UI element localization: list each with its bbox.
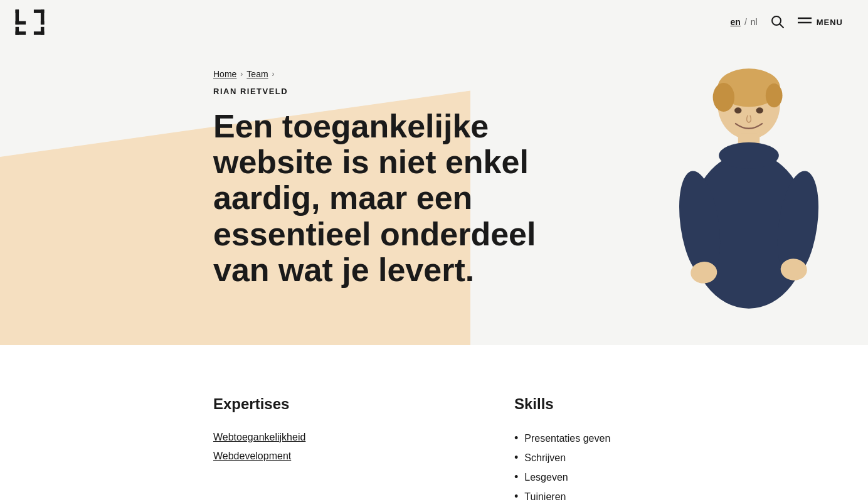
expertise-link-0[interactable]: Webtoegankelijkheid — [213, 432, 389, 443]
person-photo — [630, 44, 868, 333]
skills-title: Skills — [514, 395, 677, 413]
lang-en-button[interactable]: en — [731, 17, 741, 27]
skills-list: Presentaties geven Schrijven Lesgeven Tu… — [514, 432, 677, 502]
lower-section: Expertises Webtoegankelijkheid Webdevelo… — [0, 345, 868, 502]
search-icon — [771, 15, 785, 29]
menu-button[interactable]: MENU — [798, 17, 843, 27]
skills-column: Skills Presentaties geven Schrijven Lesg… — [514, 395, 677, 502]
breadcrumb-team[interactable]: Team — [246, 69, 268, 79]
header-right: en / nl MENU — [731, 14, 843, 29]
skill-item-3: Tuinieren — [514, 490, 677, 502]
expertise-link-1[interactable]: Webdevelopment — [213, 451, 389, 462]
lang-switcher: en / nl — [731, 17, 758, 27]
svg-rect-2 — [16, 21, 26, 24]
skill-item-0: Presentaties geven — [514, 432, 677, 445]
breadcrumb-home[interactable]: Home — [213, 69, 236, 79]
breadcrumb: Home › Team › — [213, 69, 627, 79]
hero-content: Home › Team › RIAN RIETVELD Een toeganke… — [0, 44, 627, 326]
expertises-column: Expertises Webtoegankelijkheid Webdevelo… — [213, 395, 389, 502]
svg-line-11 — [780, 24, 783, 28]
menu-icon — [798, 17, 812, 27]
lang-nl-button[interactable]: nl — [751, 17, 758, 27]
svg-point-20 — [719, 142, 779, 169]
svg-point-16 — [713, 83, 734, 112]
person-name-label: RIAN RIETVELD — [213, 87, 627, 96]
skill-item-2: Lesgeven — [514, 471, 677, 484]
skill-item-1: Schrijven — [514, 451, 677, 464]
svg-point-25 — [734, 107, 741, 114]
breadcrumb-sep-2: › — [272, 70, 275, 78]
svg-rect-7 — [16, 31, 26, 35]
breadcrumb-sep-1: › — [240, 70, 243, 78]
hero-quote: Een toegankelijke website is niet enkel … — [213, 109, 577, 288]
logo-icon — [13, 5, 47, 40]
main-content: Home › Team › RIAN RIETVELD Een toeganke… — [0, 0, 868, 502]
search-button[interactable] — [770, 14, 785, 29]
person-figure-svg — [642, 56, 855, 333]
svg-point-17 — [766, 83, 783, 107]
hero-section: Home › Team › RIAN RIETVELD Een toeganke… — [0, 44, 868, 345]
menu-label: MENU — [817, 18, 843, 27]
lang-divider: / — [744, 17, 747, 27]
site-header: en / nl MENU — [0, 0, 868, 44]
lower-content: Expertises Webtoegankelijkheid Webdevelo… — [0, 395, 868, 502]
svg-rect-5 — [41, 21, 45, 24]
expertises-title: Expertises — [213, 395, 389, 413]
svg-point-26 — [756, 107, 763, 114]
logo[interactable] — [13, 5, 47, 40]
svg-rect-9 — [41, 26, 45, 35]
